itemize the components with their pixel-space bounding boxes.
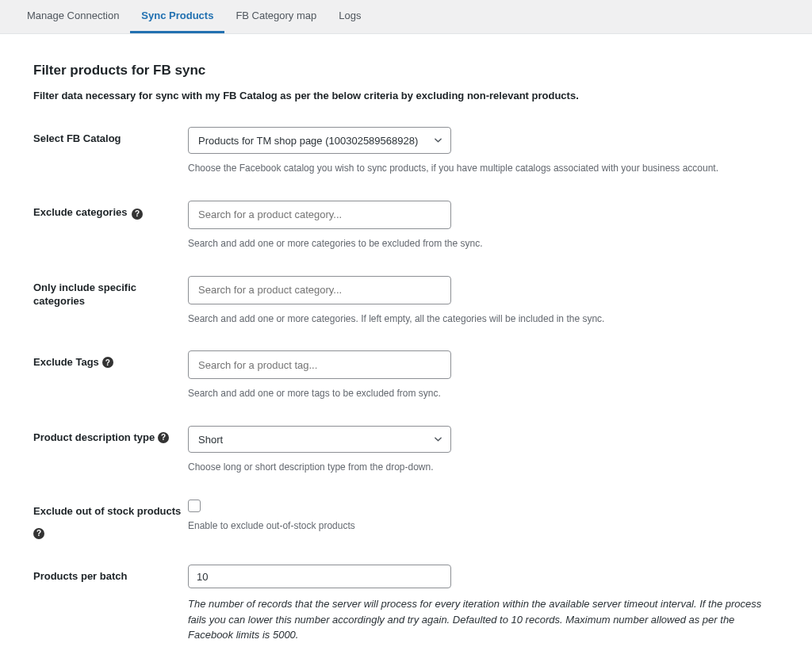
help-include-categories: Search and add one or more categories. I…	[188, 312, 779, 326]
row-description-type: Product description type ? Short Choose …	[33, 426, 779, 474]
help-icon[interactable]: ?	[158, 432, 169, 443]
select-description-type-value: Short	[198, 434, 223, 446]
tab-logs[interactable]: Logs	[327, 0, 372, 33]
help-exclude-oos: Enable to exclude out-of-stock products	[188, 520, 779, 531]
help-per-batch: The number of records that the server wi…	[188, 596, 779, 643]
input-exclude-categories[interactable]: Search for a product category...	[188, 201, 451, 229]
chevron-down-icon	[434, 435, 442, 444]
row-select-catalog: Select FB Catalog Products for TM shop p…	[33, 127, 779, 175]
help-icon[interactable]: ?	[33, 528, 44, 539]
help-exclude-categories: Search and add one or more categories to…	[188, 237, 779, 251]
page-title: Filter products for FB sync	[33, 63, 779, 78]
chevron-down-icon	[434, 136, 442, 145]
label-include-categories: Only include specific categories	[33, 281, 188, 308]
content-area: Filter products for FB sync Filter data …	[0, 34, 812, 647]
label-exclude-oos: Exclude out of stock products	[33, 505, 181, 517]
help-exclude-tags: Search and add one or more tags to be ex…	[188, 387, 779, 400]
tab-manage-connection[interactable]: Manage Connection	[16, 0, 130, 33]
select-fb-catalog[interactable]: Products for TM shop page (1003025895689…	[188, 127, 451, 154]
help-select-catalog: Choose the Facebook catalog you wish to …	[188, 162, 779, 175]
select-fb-catalog-value: Products for TM shop page (1003025895689…	[198, 135, 418, 147]
tab-fb-category-map[interactable]: FB Category map	[224, 0, 327, 33]
tab-sync-products[interactable]: Sync Products	[130, 0, 224, 33]
row-exclude-categories: Exclude categories ? Search for a produc…	[33, 201, 779, 251]
help-icon[interactable]: ?	[102, 357, 113, 368]
input-include-categories[interactable]: Search for a product category...	[188, 276, 451, 304]
label-select-catalog: Select FB Catalog	[33, 132, 121, 146]
row-exclude-tags: Exclude Tags ? Search for a product tag.…	[33, 350, 779, 400]
label-exclude-tags: Exclude Tags	[33, 355, 99, 369]
input-per-batch[interactable]: 10	[188, 565, 451, 588]
select-description-type[interactable]: Short	[188, 426, 451, 453]
help-description-type: Choose long or short description type fr…	[188, 461, 779, 474]
label-per-batch: Products per batch	[33, 569, 127, 584]
page-subtitle: Filter data necessary for sync with my F…	[33, 90, 779, 101]
input-exclude-tags[interactable]: Search for a product tag...	[188, 350, 451, 379]
label-description-type: Product description type	[33, 431, 155, 445]
checkbox-exclude-oos[interactable]	[188, 500, 201, 512]
tabs-bar: Manage Connection Sync Products FB Categ…	[0, 0, 812, 34]
row-per-batch: Products per batch 10 The number of reco…	[33, 565, 779, 643]
help-icon[interactable]: ?	[132, 209, 143, 220]
label-exclude-categories: Exclude categories	[33, 206, 128, 218]
row-exclude-oos: Exclude out of stock products ? Enable t…	[33, 500, 779, 539]
row-include-categories: Only include specific categories Search …	[33, 276, 779, 326]
